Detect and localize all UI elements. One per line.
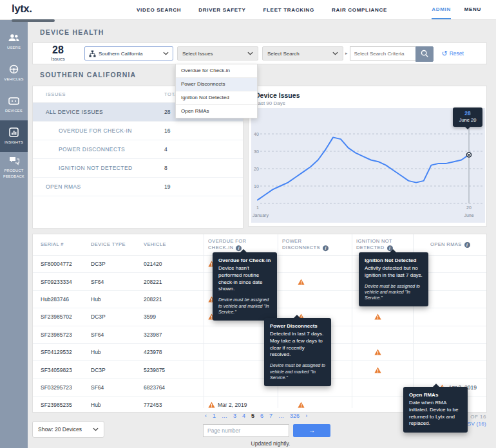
search-button[interactable] xyxy=(415,46,434,62)
nav-menu-link[interactable]: MENU xyxy=(464,0,481,19)
nav-admin-link[interactable]: ADMIN xyxy=(432,0,451,19)
cell-vehicle: 5239875 xyxy=(144,367,165,373)
info-icon[interactable]: i xyxy=(323,245,329,251)
page-3[interactable]: 3 xyxy=(233,413,236,419)
tooltip-title: Open RMAs xyxy=(409,392,462,398)
issues-option-overdue-for-check-in[interactable]: Overdue for Check-in xyxy=(176,64,257,78)
cell-device_type: DC3P xyxy=(91,261,106,267)
cell-ignition-issue xyxy=(374,367,381,373)
nav-link-video-search[interactable]: VIDEO SEARCH xyxy=(137,7,181,13)
page-1[interactable]: 1 xyxy=(213,413,216,419)
summary-row-label: OVERDUE FOR CHECK-IN xyxy=(33,127,164,134)
cell-serial: SF80004772 xyxy=(41,261,72,267)
page-4[interactable]: 4 xyxy=(242,413,245,419)
show-devices-dropdown[interactable]: Show: 20 Devices xyxy=(32,421,104,438)
summary-row-value: 16 xyxy=(164,127,243,134)
page-number-input[interactable] xyxy=(203,424,289,437)
warning-icon xyxy=(298,279,305,285)
summary-row-label: ALL DEVICE ISSUES xyxy=(33,109,164,115)
nav-link-fleet-tracking[interactable]: FLEET TRACKING xyxy=(263,7,314,13)
warning-icon xyxy=(374,313,381,320)
summary-row-label: OPEN RMAS xyxy=(33,183,164,190)
page-prev[interactable]: ‹ xyxy=(205,413,207,419)
warning-icon xyxy=(298,402,305,408)
col-header-power-disconnects: POWERDISCONNECTSi xyxy=(282,238,329,251)
summary-row[interactable]: POWER DISCONNECTS4 xyxy=(33,140,243,159)
cell-device_type: DC3P xyxy=(91,313,106,320)
issues-option-ignition-not-detected[interactable]: Ignition Not Detected xyxy=(176,91,257,105)
sidebar-item-product-feedback[interactable]: PRODUCTFEEDBACK xyxy=(0,152,28,183)
tooltip-title: Ignition Not Detected xyxy=(365,257,423,263)
cell-vehicle: 208221 xyxy=(144,279,162,285)
separator-arrow-icon: ▸ xyxy=(345,51,348,56)
info-icon[interactable]: i xyxy=(464,242,470,248)
table-row[interactable]: SF34059823DC3P5239875 xyxy=(33,361,486,378)
summary-row[interactable]: OVERDUE FOR CHECK-IN16 xyxy=(33,122,243,140)
reset-label: Reset xyxy=(450,50,464,57)
tooltip-pointer xyxy=(240,249,247,252)
summary-row[interactable]: IGNITION NOT DETECTED8 xyxy=(33,159,243,178)
sidebar-item-label: VEHICLES xyxy=(4,77,23,82)
svg-text:1: 1 xyxy=(256,205,259,210)
tooltip-pointer xyxy=(433,384,439,387)
tooltip-title: Power Disconnects xyxy=(270,323,325,329)
cell-device_type: SF64 xyxy=(91,331,104,338)
chevron-down-icon xyxy=(93,427,99,431)
select-search-dropdown[interactable]: Select Search xyxy=(262,46,343,61)
warning-icon xyxy=(208,402,215,408)
issues-count: 28 xyxy=(33,45,83,56)
summary-row-value: 19 xyxy=(164,183,243,190)
svg-text:10: 10 xyxy=(254,184,259,189)
table-row[interactable]: SF04129532Hub423978 xyxy=(33,344,486,361)
search-criteria-input[interactable] xyxy=(350,46,415,61)
cell-power-issue xyxy=(298,279,305,285)
page-next[interactable]: › xyxy=(305,413,307,419)
page-ellipsis: … xyxy=(278,413,284,419)
tooltip-note: Device must be assigned to vehicle and m… xyxy=(270,362,325,380)
reset-icon: ↺ xyxy=(442,50,448,57)
cell-device_type: SF64 xyxy=(91,384,104,391)
nav-link-rair-compliance[interactable]: RAIR COMPLIANCE xyxy=(332,7,387,13)
reset-button[interactable]: ↺ Reset xyxy=(442,50,464,57)
cell-serial: SF23985702 xyxy=(41,313,72,320)
chart-tooltip-value: 28 xyxy=(453,110,482,117)
cell-vehicle: 6823764 xyxy=(144,384,165,391)
horizontal-scrollbar-thumb[interactable] xyxy=(12,19,55,22)
chart-subtitle: Last 90 Days xyxy=(255,100,486,106)
chat-bubbles-icon xyxy=(9,156,19,166)
summary-row[interactable]: OPEN RMAS19 xyxy=(33,178,243,196)
region-select[interactable]: Southern California xyxy=(84,46,173,61)
page-6[interactable]: 6 xyxy=(260,413,263,419)
sidebar-item-insights[interactable]: INSIGHTS xyxy=(0,120,28,152)
cell-vehicle: 423978 xyxy=(144,349,162,355)
cell-power-issue xyxy=(298,402,305,408)
page-326[interactable]: 326 xyxy=(290,413,300,419)
sidebar-item-label: USERS xyxy=(7,45,21,51)
search-icon xyxy=(421,48,428,60)
sidebar-item-devices[interactable]: DEVICES xyxy=(0,89,28,120)
cell-serial: Hub283746 xyxy=(41,296,69,303)
table-row[interactable]: SF23985723SF64323987 xyxy=(33,326,486,344)
issues-option-power-disconnects[interactable]: Power Disconnects xyxy=(176,78,257,91)
nav-link-driver-safety[interactable]: DRIVER SAFETY xyxy=(198,7,245,13)
sidebar-item-label: DEVICES xyxy=(5,108,23,114)
issues-option-open-rmas[interactable]: Open RMAs xyxy=(176,105,257,118)
select-issues-dropdown[interactable]: Select Issues xyxy=(177,46,258,61)
cell-vehicle: 772453 xyxy=(144,402,162,408)
tooltip-open-rmas: Open RMAs Date when RMA initiated. Devic… xyxy=(403,387,468,433)
page-title: DEVICE HEALTH xyxy=(40,28,104,36)
tooltip-body: Detected in last 7 days. May take a few … xyxy=(270,331,325,359)
go-to-page-button[interactable]: → xyxy=(293,424,330,437)
page-7[interactable]: 7 xyxy=(269,413,272,419)
tooltip-pointer xyxy=(465,127,470,129)
cell-device_type: SF64 xyxy=(91,279,104,285)
line-chart-plot[interactable]: 403020101January20June xyxy=(251,108,485,223)
cell-vehicle: 208221 xyxy=(144,296,162,303)
csv-download-link[interactable]: SV (16) xyxy=(468,421,486,427)
page-5[interactable]: 5 xyxy=(251,413,254,419)
sidebar-item-vehicles[interactable]: VEHICLES xyxy=(0,57,28,89)
summary-row-value: 4 xyxy=(164,146,243,153)
show-devices-value: Show: 20 Devices xyxy=(38,426,82,433)
sidebar-item-users[interactable]: USERS xyxy=(0,26,28,57)
bar-chart-icon xyxy=(9,127,19,138)
